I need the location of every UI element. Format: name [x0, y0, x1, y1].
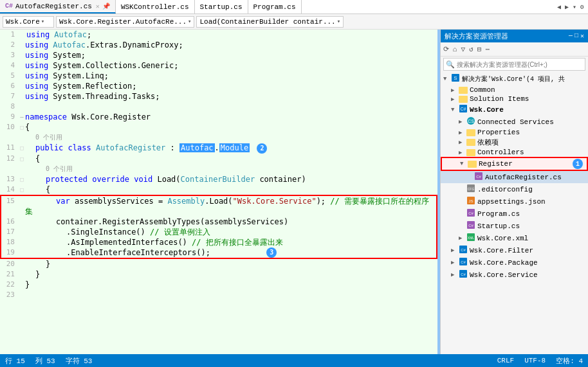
- se-solution-root[interactable]: ▼ S 解决方案'Wsk.Core'(4 项目, 共: [441, 72, 588, 85]
- line-code-22[interactable]: }: [25, 280, 437, 290]
- se-solution-items-label: Solution Items: [470, 95, 529, 103]
- se-item-editorconfig[interactable]: CFG .editorconfig: [441, 183, 588, 195]
- tab-scroll-right[interactable]: ▶: [564, 3, 570, 11]
- se-close-btn[interactable]: ✕: [580, 32, 584, 40]
- line-code-7[interactable]: using System.Threading.Tasks;: [25, 91, 437, 102]
- line-code-20[interactable]: }: [25, 258, 437, 269]
- dropdown1-arrow: ▾: [41, 18, 44, 25]
- context-dropdown-2[interactable]: Wsk.Core.Register.AutofacRe... ▾: [56, 16, 194, 28]
- line-code-11[interactable]: public class AutofacRegister : Autofac.M…: [25, 143, 437, 154]
- tab-wsk[interactable]: WSKController.cs: [116, 0, 195, 13]
- se-item-appsettings[interactable]: JS appsettings.json: [441, 195, 588, 208]
- pin-icon[interactable]: 📌: [102, 3, 110, 10]
- svg-text:CFG: CFG: [468, 187, 475, 191]
- se-item-wsk-core[interactable]: ▼ C# Wsk.Core: [441, 103, 588, 116]
- line-code-15[interactable]: var assemblysServices = Assembly.Load("W…: [25, 195, 437, 217]
- line-code-17[interactable]: .SingleInstance() // 设置单例注入: [25, 227, 437, 237]
- line-num-21: 21: [1, 269, 19, 280]
- se-btn-home[interactable]: ⌂: [452, 45, 459, 54]
- tab-startup[interactable]: Startup.cs: [195, 0, 248, 13]
- se-btn-collapse[interactable]: ⊟: [476, 44, 483, 54]
- line-code-13[interactable]: protected override void Load(ContainerBu…: [25, 174, 437, 184]
- line-num-19: 19: [1, 247, 19, 259]
- se-item-program-cs[interactable]: C# Program.cs: [441, 208, 588, 220]
- se-restore-btn[interactable]: □: [574, 32, 578, 40]
- se-item-register[interactable]: ▼ Register 1: [441, 157, 588, 171]
- se-item-solution-items[interactable]: ▶ Solution Items: [441, 94, 588, 103]
- code-line-19: 19 .EnableInterfaceInterceptors(); 3: [1, 247, 437, 259]
- se-btn-more[interactable]: ⋯: [484, 44, 491, 54]
- tab-program[interactable]: Program.cs: [248, 0, 302, 13]
- line-num-22: 22: [1, 280, 19, 290]
- code-line-10: 10 □ {: [1, 122, 437, 132]
- line-code-5[interactable]: using System.Linq;: [25, 71, 437, 81]
- se-btn-sync[interactable]: ⟳: [442, 44, 450, 54]
- se-item-common[interactable]: ▶ Common: [441, 85, 588, 94]
- context-dropdown-3[interactable]: Load(ContainerBuilder contair... ▾: [196, 16, 344, 28]
- se-properties-arrow: ▶: [459, 129, 466, 136]
- line-num-3: 3: [1, 50, 19, 60]
- se-autofac-cs-icon: C#: [474, 172, 483, 183]
- se-solution-arrow: ▼: [443, 76, 451, 82]
- line-code-14[interactable]: {: [25, 184, 437, 195]
- line-code-21[interactable]: }: [25, 269, 437, 280]
- se-item-wsk-core-xml[interactable]: ▶ XML Wsk.Core.xml: [441, 232, 588, 244]
- settings-icon[interactable]: ⚙: [579, 3, 585, 11]
- svg-text:XML: XML: [468, 236, 475, 240]
- se-common-arrow: ▶: [451, 87, 459, 94]
- se-btn-refresh[interactable]: ↺: [468, 44, 475, 54]
- tab-autofac[interactable]: C# AutofacRegister.cs ✕ 📌: [0, 0, 116, 13]
- se-solution-items-folder-icon: [459, 96, 468, 103]
- se-item-controllers[interactable]: ▶ Controllers: [441, 148, 588, 157]
- line-code-16[interactable]: container.RegisterAssemblyTypes(assembly…: [25, 217, 437, 227]
- se-depends-arrow: ▶: [459, 139, 466, 146]
- se-btn-filter[interactable]: ▽: [460, 44, 467, 54]
- se-program-cs-icon: C#: [466, 208, 475, 219]
- line-code-9[interactable]: namespace Wsk.Core.Register: [25, 112, 437, 122]
- line-code-18[interactable]: .AsImplementedInterfaces() // 把所有接口全暴露出来: [25, 237, 437, 247]
- svg-text:C#: C#: [461, 260, 466, 264]
- se-item-autofacregister[interactable]: C# AutofacRegister.cs: [441, 171, 588, 183]
- se-startup-cs-icon: C#: [466, 220, 475, 231]
- line-code-10[interactable]: {: [25, 122, 437, 132]
- se-item-depends[interactable]: ▶ 依赖项: [441, 137, 588, 148]
- svg-text:C#: C#: [461, 273, 466, 276]
- line-code-19[interactable]: .EnableInterfaceInterceptors(); 3: [25, 247, 437, 259]
- tab-dropdown[interactable]: ▾: [571, 3, 578, 11]
- code-line-22: 22 }: [1, 280, 437, 290]
- line-code-1[interactable]: using Autofac;: [25, 30, 437, 40]
- line-num-5: 5: [1, 71, 19, 81]
- line-num-23: 23: [1, 290, 19, 300]
- line-code-6[interactable]: using System.Reflection;: [25, 81, 437, 91]
- se-item-wsk-core-filter[interactable]: ▶ C# Wsk.Core.Filter: [441, 244, 588, 256]
- se-item-wsk-core-service[interactable]: ▶ C# Wsk.Core.Service: [441, 269, 588, 281]
- se-minimize-btn[interactable]: —: [569, 32, 573, 40]
- se-service-arrow: ▶: [451, 271, 459, 278]
- se-search-input[interactable]: [457, 61, 585, 68]
- svg-text:CS: CS: [468, 119, 474, 123]
- se-appsettings-icon: JS: [466, 196, 475, 207]
- line-code-12[interactable]: {: [25, 154, 437, 164]
- se-register-label: Register: [479, 160, 513, 168]
- line-code-4[interactable]: using System.Collections.Generic;: [25, 60, 437, 71]
- line-num-7: 7: [1, 91, 19, 102]
- line-code-3[interactable]: using System;: [25, 50, 437, 60]
- code-line-6: 6 using System.Reflection;: [1, 81, 437, 91]
- tab-controls: ◀ ▶ ▾ ⚙: [553, 0, 588, 13]
- line-num-14: 14: [1, 184, 19, 195]
- context-dropdown-1[interactable]: Wsk.Core ▾: [3, 16, 54, 28]
- line-code-2[interactable]: using Autofac.Extras.DynamicProxy;: [25, 40, 437, 50]
- se-filter-icon: C#: [459, 245, 468, 256]
- line-num-10: 10: [1, 122, 19, 132]
- tab-scroll-left[interactable]: ◀: [556, 3, 562, 11]
- se-wsk-core-icon: C#: [459, 104, 468, 115]
- se-depends-folder-icon: [466, 139, 475, 146]
- se-item-connected-services[interactable]: ▶ CS Connected Services: [441, 116, 588, 128]
- se-item-properties[interactable]: ▶ Properties: [441, 128, 588, 137]
- se-item-startup-cs[interactable]: C# Startup.cs: [441, 220, 588, 232]
- se-cs-arrow: ▶: [459, 118, 466, 125]
- svg-text:C#: C#: [461, 248, 466, 252]
- tab-autofac-close[interactable]: ✕: [96, 3, 100, 10]
- code-refs-11: 0 个引用: [1, 132, 437, 143]
- se-item-wsk-core-package[interactable]: ▶ C# Wsk.Core.Package: [441, 256, 588, 269]
